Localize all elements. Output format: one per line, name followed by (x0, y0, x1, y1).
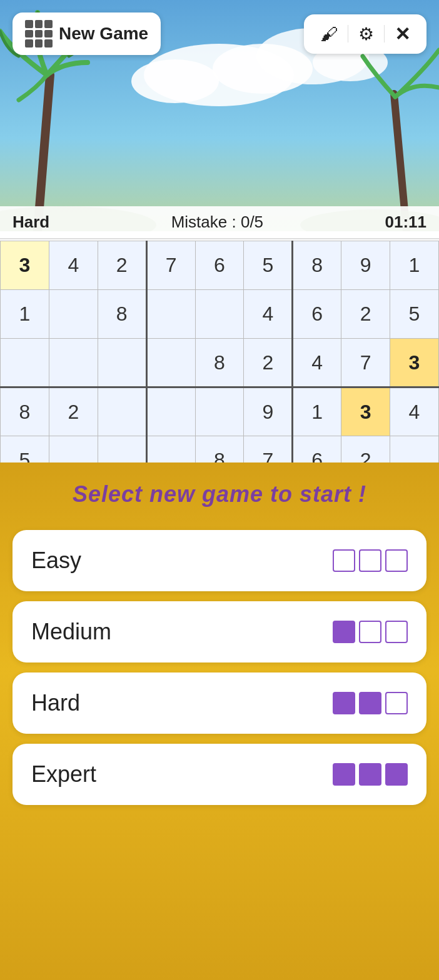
sudoku-cell[interactable]: 4 (293, 339, 341, 388)
difficulty-star-box (333, 763, 355, 786)
sudoku-cell[interactable] (146, 388, 195, 436)
easy-stars (333, 549, 408, 572)
grid-icon (25, 20, 53, 48)
paint-icon[interactable]: 🖌 (315, 21, 343, 47)
difficulty-star-box (385, 549, 408, 572)
sudoku-cell[interactable] (49, 290, 98, 339)
sudoku-cell[interactable]: 7 (146, 241, 195, 290)
new-game-label: New Game (59, 24, 148, 44)
sudoku-cell[interactable]: 5 (390, 290, 439, 339)
sudoku-cell[interactable] (195, 290, 244, 339)
difficulty-star-box (359, 549, 381, 572)
new-game-button[interactable]: New Game (13, 12, 161, 55)
sudoku-cell[interactable]: 6 (195, 241, 244, 290)
sudoku-cell[interactable]: 8 (293, 241, 341, 290)
sudoku-cell[interactable]: 4 (49, 241, 98, 290)
timer: 01:11 (385, 212, 427, 232)
mistake-counter: Mistake : 0/5 (171, 212, 263, 232)
sudoku-cell[interactable]: 7 (341, 339, 390, 388)
difficulty-star-box (359, 621, 381, 643)
difficulty-star-box (359, 692, 381, 714)
hard-label: Hard (31, 690, 80, 716)
sudoku-cell[interactable]: 6 (293, 290, 341, 339)
settings-icon[interactable]: ⚙ (353, 21, 379, 47)
sudoku-grid: 3427658911846258247382913458762 (0, 241, 439, 485)
sudoku-cell[interactable]: 3 (1, 241, 49, 290)
sudoku-cell[interactable]: 4 (244, 290, 293, 339)
toolbar: New Game 🖌 ⚙ ✕ (0, 12, 439, 55)
difficulty-star-box (385, 692, 408, 714)
sudoku-cell[interactable]: 5 (244, 241, 293, 290)
medium-difficulty-card[interactable]: Medium (13, 601, 426, 662)
sudoku-cell[interactable] (1, 339, 49, 388)
sudoku-cell[interactable]: 2 (341, 290, 390, 339)
sudoku-cell[interactable] (49, 339, 98, 388)
sudoku-cell[interactable]: 9 (244, 388, 293, 436)
medium-label: Medium (31, 619, 111, 645)
sudoku-cell[interactable]: 9 (341, 241, 390, 290)
sudoku-cell[interactable]: 3 (390, 339, 439, 388)
divider-2 (384, 25, 385, 42)
sudoku-cell[interactable] (98, 388, 146, 436)
divider-1 (348, 25, 348, 42)
sudoku-cell[interactable] (98, 339, 146, 388)
hard-stars (333, 692, 408, 714)
sudoku-cell[interactable]: 2 (244, 339, 293, 388)
sudoku-cell[interactable] (195, 388, 244, 436)
sudoku-cell[interactable]: 1 (293, 388, 341, 436)
sudoku-cell[interactable]: 2 (49, 388, 98, 436)
difficulty-label: Hard (13, 212, 49, 232)
difficulty-star-box (359, 763, 381, 786)
sudoku-cell[interactable]: 4 (390, 388, 439, 436)
easy-label: Easy (31, 548, 81, 574)
expert-stars (333, 763, 408, 786)
easy-difficulty-card[interactable]: Easy (13, 530, 426, 591)
sudoku-cell[interactable] (146, 339, 195, 388)
sudoku-cell[interactable]: 1 (390, 241, 439, 290)
toolbar-right-buttons: 🖌 ⚙ ✕ (304, 14, 426, 54)
expert-difficulty-card[interactable]: Expert (13, 744, 426, 805)
sudoku-cell[interactable]: 8 (98, 290, 146, 339)
sudoku-cell[interactable]: 3 (341, 388, 390, 436)
sudoku-cell[interactable]: 2 (98, 241, 146, 290)
select-game-title: Select new game to start ! (0, 462, 439, 520)
difficulty-star-box (333, 621, 355, 643)
status-bar: Hard Mistake : 0/5 01:11 (0, 206, 439, 239)
sudoku-cell[interactable]: 1 (1, 290, 49, 339)
sudoku-cell[interactable]: 8 (195, 339, 244, 388)
sudoku-cell[interactable] (146, 290, 195, 339)
medium-stars (333, 621, 408, 643)
svg-point-3 (131, 59, 219, 103)
difficulty-star-box (385, 763, 408, 786)
difficulty-star-box (385, 621, 408, 643)
expert-label: Expert (31, 761, 96, 788)
difficulty-star-box (333, 692, 355, 714)
sudoku-table: 3427658911846258247382913458762 (0, 241, 439, 485)
difficulty-selection-panel: Select new game to start ! Easy Medium H… (0, 462, 439, 980)
hard-difficulty-card[interactable]: Hard (13, 672, 426, 734)
difficulty-star-box (333, 549, 355, 572)
close-icon[interactable]: ✕ (390, 21, 415, 48)
sudoku-cell[interactable]: 8 (1, 388, 49, 436)
